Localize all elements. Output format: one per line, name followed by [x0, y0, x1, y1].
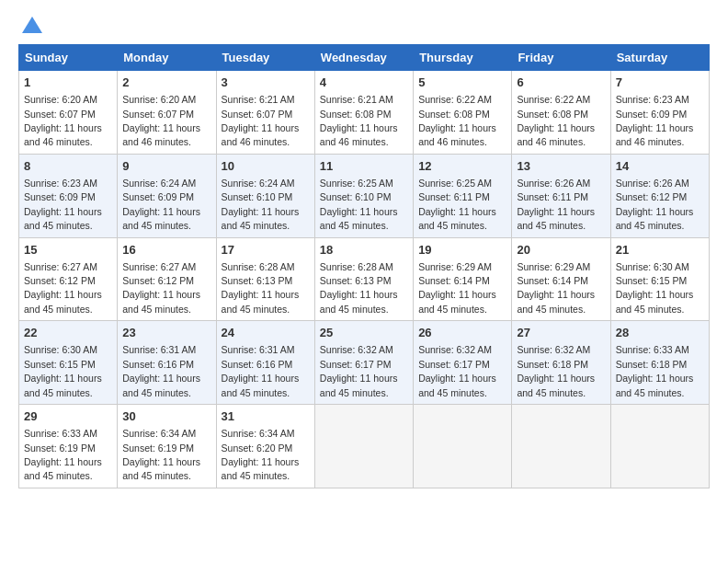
day-cell-11: 11Sunrise: 6:25 AMSunset: 6:10 PMDayligh…	[314, 154, 413, 237]
empty-cell	[314, 405, 413, 488]
day-number: 30	[122, 408, 210, 425]
day-cell-15: 15Sunrise: 6:27 AMSunset: 6:12 PMDayligh…	[19, 237, 118, 321]
day-number: 26	[418, 325, 506, 341]
day-cell-23: 23Sunrise: 6:31 AMSunset: 6:16 PMDayligh…	[118, 321, 216, 405]
day-info: Sunrise: 6:32 AMSunset: 6:17 PMDaylight:…	[418, 344, 496, 397]
day-cell-28: 28Sunrise: 6:33 AMSunset: 6:18 PMDayligh…	[610, 321, 709, 405]
day-number: 13	[517, 158, 605, 175]
day-info: Sunrise: 6:26 AMSunset: 6:11 PMDaylight:…	[517, 178, 595, 231]
day-cell-25: 25Sunrise: 6:32 AMSunset: 6:17 PMDayligh…	[314, 321, 413, 405]
day-number: 8	[24, 158, 112, 175]
day-number: 20	[517, 242, 605, 259]
calendar-table: SundayMondayTuesdayWednesdayThursdayFrid…	[18, 44, 710, 488]
day-number: 6	[517, 75, 605, 91]
day-info: Sunrise: 6:29 AMSunset: 6:14 PMDaylight:…	[517, 261, 595, 315]
day-number: 3	[222, 75, 310, 91]
day-number: 23	[122, 325, 210, 341]
day-cell-10: 10Sunrise: 6:24 AMSunset: 6:10 PMDayligh…	[216, 154, 314, 237]
day-cell-20: 20Sunrise: 6:29 AMSunset: 6:14 PMDayligh…	[512, 237, 610, 321]
day-number: 31	[222, 408, 310, 425]
day-number: 28	[616, 325, 704, 341]
day-cell-27: 27Sunrise: 6:32 AMSunset: 6:18 PMDayligh…	[512, 321, 610, 405]
day-cell-12: 12Sunrise: 6:25 AMSunset: 6:11 PMDayligh…	[414, 154, 512, 237]
day-info: Sunrise: 6:33 AMSunset: 6:19 PMDaylight:…	[24, 428, 102, 481]
day-info: Sunrise: 6:29 AMSunset: 6:14 PMDaylight:…	[418, 261, 496, 315]
day-number: 17	[222, 242, 310, 259]
day-info: Sunrise: 6:32 AMSunset: 6:18 PMDaylight:…	[517, 344, 595, 397]
page-header	[18, 18, 710, 35]
day-cell-7: 7Sunrise: 6:23 AMSunset: 6:09 PMDaylight…	[610, 71, 709, 155]
day-number: 5	[418, 75, 506, 91]
col-header-sunday: Sunday	[19, 45, 118, 71]
day-info: Sunrise: 6:21 AMSunset: 6:07 PMDaylight:…	[222, 94, 300, 147]
empty-cell	[512, 405, 610, 488]
day-number: 27	[517, 325, 605, 341]
day-number: 29	[24, 408, 112, 425]
day-info: Sunrise: 6:27 AMSunset: 6:12 PMDaylight:…	[24, 261, 102, 315]
day-info: Sunrise: 6:33 AMSunset: 6:18 PMDaylight:…	[616, 344, 694, 397]
day-info: Sunrise: 6:34 AMSunset: 6:20 PMDaylight:…	[222, 428, 300, 481]
col-header-monday: Monday	[118, 45, 216, 71]
day-number: 11	[320, 158, 408, 175]
col-header-friday: Friday	[512, 45, 610, 71]
day-info: Sunrise: 6:25 AMSunset: 6:11 PMDaylight:…	[418, 178, 496, 231]
day-info: Sunrise: 6:30 AMSunset: 6:15 PMDaylight:…	[24, 344, 102, 397]
day-number: 2	[122, 75, 210, 91]
day-number: 16	[122, 242, 210, 259]
day-cell-14: 14Sunrise: 6:26 AMSunset: 6:12 PMDayligh…	[610, 154, 709, 237]
logo-icon	[22, 15, 42, 35]
day-info: Sunrise: 6:26 AMSunset: 6:12 PMDaylight:…	[616, 178, 694, 231]
day-info: Sunrise: 6:28 AMSunset: 6:13 PMDaylight:…	[320, 261, 398, 315]
day-info: Sunrise: 6:30 AMSunset: 6:15 PMDaylight:…	[616, 261, 694, 315]
day-cell-9: 9Sunrise: 6:24 AMSunset: 6:09 PMDaylight…	[118, 154, 216, 237]
day-cell-3: 3Sunrise: 6:21 AMSunset: 6:07 PMDaylight…	[216, 71, 314, 155]
day-info: Sunrise: 6:24 AMSunset: 6:10 PMDaylight:…	[222, 178, 300, 231]
day-cell-5: 5Sunrise: 6:22 AMSunset: 6:08 PMDaylight…	[414, 71, 512, 155]
day-cell-1: 1Sunrise: 6:20 AMSunset: 6:07 PMDaylight…	[19, 71, 118, 155]
day-number: 9	[122, 158, 210, 175]
day-info: Sunrise: 6:24 AMSunset: 6:09 PMDaylight:…	[122, 178, 200, 231]
day-info: Sunrise: 6:31 AMSunset: 6:16 PMDaylight:…	[122, 344, 200, 397]
day-info: Sunrise: 6:22 AMSunset: 6:08 PMDaylight:…	[418, 94, 496, 147]
day-cell-26: 26Sunrise: 6:32 AMSunset: 6:17 PMDayligh…	[414, 321, 512, 405]
day-info: Sunrise: 6:27 AMSunset: 6:12 PMDaylight:…	[122, 261, 200, 315]
day-cell-29: 29Sunrise: 6:33 AMSunset: 6:19 PMDayligh…	[19, 405, 118, 488]
day-cell-22: 22Sunrise: 6:30 AMSunset: 6:15 PMDayligh…	[19, 321, 118, 405]
day-info: Sunrise: 6:21 AMSunset: 6:08 PMDaylight:…	[320, 94, 398, 147]
day-number: 14	[616, 158, 704, 175]
day-cell-13: 13Sunrise: 6:26 AMSunset: 6:11 PMDayligh…	[512, 154, 610, 237]
day-number: 21	[616, 242, 704, 259]
day-info: Sunrise: 6:22 AMSunset: 6:08 PMDaylight:…	[517, 94, 595, 147]
day-info: Sunrise: 6:20 AMSunset: 6:07 PMDaylight:…	[24, 94, 102, 147]
day-number: 15	[24, 242, 112, 259]
day-number: 24	[222, 325, 310, 341]
day-info: Sunrise: 6:28 AMSunset: 6:13 PMDaylight:…	[222, 261, 300, 315]
day-info: Sunrise: 6:25 AMSunset: 6:10 PMDaylight:…	[320, 178, 398, 231]
day-cell-4: 4Sunrise: 6:21 AMSunset: 6:08 PMDaylight…	[314, 71, 413, 155]
col-header-thursday: Thursday	[414, 45, 512, 71]
day-number: 1	[24, 75, 112, 91]
col-header-wednesday: Wednesday	[314, 45, 413, 71]
day-number: 18	[320, 242, 408, 259]
empty-cell	[610, 405, 709, 488]
logo	[18, 18, 42, 35]
day-info: Sunrise: 6:20 AMSunset: 6:07 PMDaylight:…	[122, 94, 200, 147]
day-cell-16: 16Sunrise: 6:27 AMSunset: 6:12 PMDayligh…	[118, 237, 216, 321]
day-info: Sunrise: 6:32 AMSunset: 6:17 PMDaylight:…	[320, 344, 398, 397]
day-cell-21: 21Sunrise: 6:30 AMSunset: 6:15 PMDayligh…	[610, 237, 709, 321]
day-cell-24: 24Sunrise: 6:31 AMSunset: 6:16 PMDayligh…	[216, 321, 314, 405]
day-info: Sunrise: 6:23 AMSunset: 6:09 PMDaylight:…	[24, 178, 102, 231]
day-number: 19	[418, 242, 506, 259]
day-cell-31: 31Sunrise: 6:34 AMSunset: 6:20 PMDayligh…	[216, 405, 314, 488]
day-cell-30: 30Sunrise: 6:34 AMSunset: 6:19 PMDayligh…	[118, 405, 216, 488]
col-header-tuesday: Tuesday	[216, 45, 314, 71]
day-number: 4	[320, 75, 408, 91]
day-info: Sunrise: 6:23 AMSunset: 6:09 PMDaylight:…	[616, 94, 694, 147]
col-header-saturday: Saturday	[610, 45, 709, 71]
day-info: Sunrise: 6:34 AMSunset: 6:19 PMDaylight:…	[122, 428, 200, 481]
day-cell-6: 6Sunrise: 6:22 AMSunset: 6:08 PMDaylight…	[512, 71, 610, 155]
day-cell-2: 2Sunrise: 6:20 AMSunset: 6:07 PMDaylight…	[118, 71, 216, 155]
empty-cell	[414, 405, 512, 488]
day-number: 7	[616, 75, 704, 91]
day-cell-19: 19Sunrise: 6:29 AMSunset: 6:14 PMDayligh…	[414, 237, 512, 321]
